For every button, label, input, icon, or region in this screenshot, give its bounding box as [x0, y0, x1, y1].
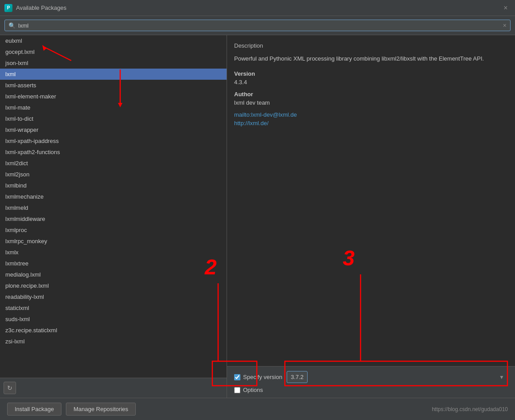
footer-buttons: Install Package Manage Repositories [7, 403, 136, 416]
description-heading: Description [234, 42, 508, 49]
package-item[interactable]: lxml-asserts [0, 80, 227, 91]
description-area: Description Powerful and Pythonic XML pr… [227, 35, 515, 366]
options-checkbox[interactable] [234, 387, 240, 393]
website-link[interactable]: http://lxml.de/ [234, 120, 508, 126]
search-bar: 🔍 × [0, 16, 515, 35]
main-content: 🔍 × eulxmlgocept.lxmljson-lxmllxmllxml-a… [0, 16, 515, 420]
package-item[interactable]: z3c.recipe.staticlxml [0, 325, 227, 336]
package-item[interactable]: staticlxml [0, 302, 227, 314]
specify-version-checkbox[interactable] [234, 374, 240, 380]
footer-bar: Install Package Manage Repositories http… [0, 398, 515, 420]
right-bottom-controls: Specify version 3.7.24.3.44.3.34.3.24.3.… [227, 366, 515, 398]
package-item[interactable]: lxmlmechanize [0, 191, 227, 202]
package-item[interactable]: lxml-mate [0, 102, 227, 113]
refresh-button[interactable]: ↻ [4, 382, 16, 394]
window-title: Available Packages [16, 4, 66, 11]
package-item[interactable]: lxmlmiddleware [0, 213, 227, 224]
package-item[interactable]: suds-lxml [0, 314, 227, 325]
title-bar: P Available Packages × [0, 0, 515, 16]
footer-url: https://blog.csdn.net/gudada010 [432, 406, 508, 412]
package-item[interactable]: lxml-xpath-ipaddress [0, 135, 227, 147]
package-item[interactable]: lxml-wrapper [0, 124, 227, 135]
install-package-button[interactable]: Install Package [7, 403, 61, 416]
package-item[interactable]: readability-lxml [0, 291, 227, 302]
package-item[interactable]: lxmlmeld [0, 202, 227, 213]
package-item[interactable]: medialog.lxml [0, 269, 227, 280]
package-item[interactable]: plone.recipe.lxml [0, 280, 227, 291]
author-label: Author [234, 91, 508, 98]
title-bar-left: P Available Packages [4, 4, 66, 12]
specify-version-checkbox-wrapper: Specify version [234, 374, 282, 380]
search-wrapper: 🔍 × [4, 20, 511, 31]
version-select-wrapper: 3.7.24.3.44.3.34.3.24.3.14.3.0 ▼ [287, 371, 508, 383]
package-list: eulxmlgocept.lxmljson-lxmllxmllxml-asser… [0, 35, 227, 378]
right-panel: Description Powerful and Pythonic XML pr… [227, 35, 515, 398]
mailto-link[interactable]: mailto:lxml-dev@lxml.de [234, 111, 508, 118]
select-arrow-icon: ▼ [499, 374, 504, 380]
package-item[interactable]: zsi-lxml [0, 336, 227, 347]
close-button[interactable]: × [501, 3, 511, 13]
options-label: Options [243, 387, 263, 393]
package-item[interactable]: lxmlx [0, 247, 227, 258]
version-select[interactable]: 3.7.24.3.44.3.34.3.24.3.14.3.0 [287, 371, 308, 383]
manage-repositories-button[interactable]: Manage Repositories [66, 403, 136, 416]
package-item[interactable]: lxml [0, 69, 227, 80]
package-item[interactable]: lxml2dict [0, 158, 227, 169]
options-row: Options [234, 387, 508, 393]
version-label: Version [234, 70, 508, 77]
package-item[interactable]: lxmlbind [0, 180, 227, 191]
package-item[interactable]: lxml2json [0, 169, 227, 180]
search-icon: 🔍 [8, 22, 16, 29]
left-bottom-bar: ↻ [0, 378, 227, 398]
package-item[interactable]: lxml-to-dict [0, 113, 227, 124]
clear-search-icon[interactable]: × [503, 22, 507, 29]
search-input[interactable] [18, 22, 500, 29]
version-row: Specify version 3.7.24.3.44.3.34.3.24.3.… [234, 371, 508, 383]
package-item[interactable]: gocept.lxml [0, 46, 227, 57]
left-panel: eulxmlgocept.lxmljson-lxmllxmllxml-asser… [0, 35, 227, 398]
specify-version-label: Specify version [243, 374, 282, 380]
package-item[interactable]: lxml-xpath2-functions [0, 147, 227, 158]
package-item[interactable]: lxmlxtree [0, 258, 227, 269]
app-icon: P [4, 4, 12, 12]
description-text: Powerful and Pythonic XML processing lib… [234, 54, 508, 63]
version-value: 4.3.4 [234, 79, 508, 86]
package-item[interactable]: lxml-element-maker [0, 91, 227, 102]
author-value: lxml dev team [234, 99, 508, 106]
package-item[interactable]: lxmlrpc_monkey [0, 236, 227, 247]
package-item[interactable]: eulxml [0, 35, 227, 46]
package-item[interactable]: json-lxml [0, 57, 227, 69]
body-area: eulxmlgocept.lxmljson-lxmllxmllxml-asser… [0, 35, 515, 398]
package-item[interactable]: lxmlproc [0, 224, 227, 236]
